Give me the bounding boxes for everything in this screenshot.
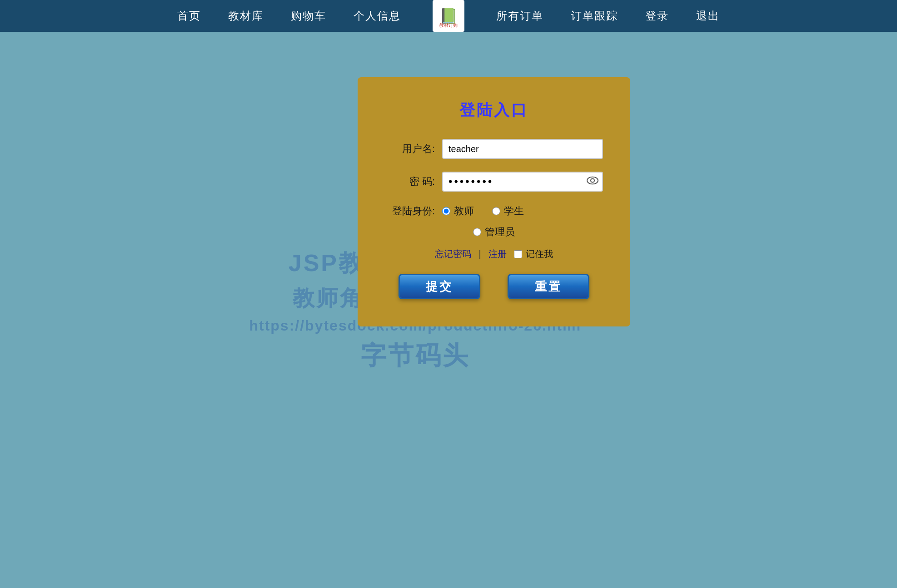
- main-content: JSP教材采购管理系统 教师角色-教师登录功能 https://bytesdoc…: [0, 32, 897, 588]
- role-teacher-label: 教师: [454, 204, 474, 218]
- links-row: 忘记密码 | 注册 记住我: [385, 248, 603, 260]
- password-wrapper: [442, 172, 603, 192]
- register-link[interactable]: 注册: [488, 248, 507, 260]
- submit-button[interactable]: 提交: [399, 274, 480, 299]
- password-label: 密 码:: [385, 175, 435, 188]
- eye-icon[interactable]: [587, 177, 598, 187]
- role-admin-option[interactable]: 管理员: [473, 225, 515, 239]
- logo-text: 教材订购: [439, 22, 458, 29]
- username-input[interactable]: [442, 139, 603, 159]
- remember-me-checkbox[interactable]: [514, 250, 522, 258]
- role-admin-radio[interactable]: [473, 228, 481, 236]
- watermark-line4: 字节码头: [249, 338, 581, 373]
- separator: |: [478, 249, 481, 259]
- role-teacher-radio[interactable]: [442, 207, 450, 215]
- role-teacher-option[interactable]: 教师: [442, 204, 474, 218]
- nav-all-orders[interactable]: 所有订单: [496, 9, 543, 23]
- remember-me-option[interactable]: 记住我: [514, 248, 553, 260]
- role-options: 教师 学生: [442, 204, 524, 218]
- role-admin-label: 管理员: [485, 225, 515, 239]
- forget-password-link[interactable]: 忘记密码: [435, 248, 471, 260]
- navbar: 首页 教材库 购物车 个人信息 📗 教材订购 所有订单 订单跟踪 登录 退出: [0, 0, 897, 32]
- svg-point-1: [591, 179, 594, 183]
- svg-point-0: [587, 177, 598, 184]
- reset-button[interactable]: 重置: [508, 274, 589, 299]
- nav-textbook[interactable]: 教材库: [228, 9, 264, 23]
- password-row: 密 码:: [385, 172, 603, 192]
- role-row: 登陆身份: 教师 学生: [385, 204, 603, 218]
- nav-logo: 📗 教材订购: [433, 0, 464, 32]
- nav-order-track[interactable]: 订单跟踪: [571, 9, 618, 23]
- password-input[interactable]: [442, 172, 603, 192]
- remember-me-label: 记住我: [526, 248, 553, 260]
- nav-cart[interactable]: 购物车: [291, 9, 326, 23]
- role-student-option[interactable]: 学生: [492, 204, 524, 218]
- login-card: 登陆入口 用户名: 密 码: 登陆身份:: [358, 77, 630, 326]
- admin-row: 管理员: [385, 225, 603, 239]
- role-student-radio[interactable]: [492, 207, 500, 215]
- username-row: 用户名:: [385, 139, 603, 159]
- nav-logout[interactable]: 退出: [696, 9, 720, 23]
- login-title: 登陆入口: [385, 100, 603, 121]
- nav-home[interactable]: 首页: [177, 9, 201, 23]
- username-label: 用户名:: [385, 142, 435, 156]
- role-label: 登陆身份:: [385, 204, 435, 218]
- buttons-row: 提交 重置: [385, 274, 603, 299]
- nav-profile[interactable]: 个人信息: [354, 9, 401, 23]
- nav-login[interactable]: 登录: [645, 9, 669, 23]
- role-student-label: 学生: [504, 204, 524, 218]
